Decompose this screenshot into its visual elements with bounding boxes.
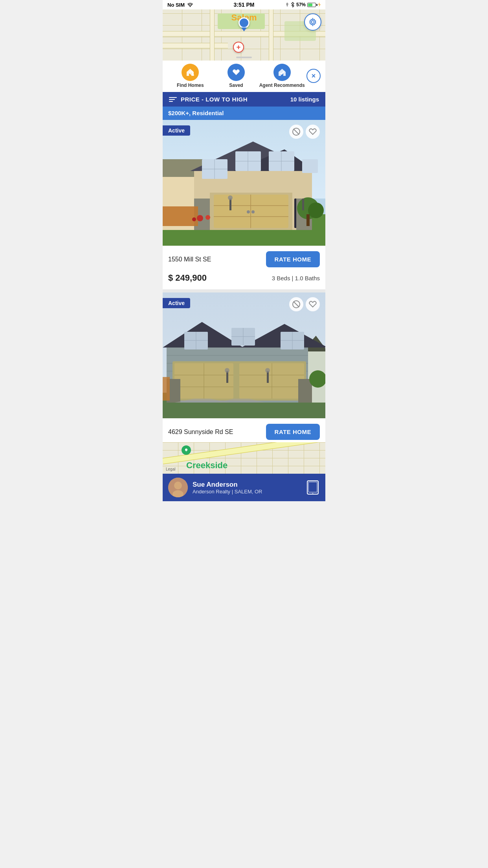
svg-point-35	[308, 202, 324, 218]
bluetooth-icon	[291, 2, 295, 7]
svg-point-18	[251, 210, 255, 213]
map-add-button[interactable]: +	[233, 42, 244, 53]
mini-map[interactable]: Legal Creekside	[163, 442, 325, 474]
location-pin-icon	[183, 447, 189, 453]
listing-2-address: 4629 Sunnyside Rd SE	[168, 428, 233, 436]
map-settings-button[interactable]	[304, 13, 321, 31]
nav-agent-recommends-label: Agent Recommends	[259, 83, 305, 88]
svg-rect-68	[298, 379, 312, 403]
nav-agent-recommends[interactable]: Agent Recommends	[259, 64, 305, 88]
no-sign-icon-2	[292, 300, 301, 309]
svg-point-94	[312, 493, 314, 494]
heart-icon-2	[309, 301, 317, 308]
agent-recommends-icon	[277, 67, 287, 77]
svg-rect-82	[163, 377, 170, 401]
listing-2-info: 4629 Sunnyside Rd SE RATE HOME	[163, 418, 325, 442]
time-label: 3:51 PM	[234, 2, 255, 8]
listing-2-hide-button[interactable]	[289, 297, 303, 311]
wifi-icon	[187, 2, 193, 7]
subtitle-bar: $200K+, Residential	[163, 107, 325, 120]
listing-2-save-button[interactable]	[306, 297, 320, 311]
nav-find-homes[interactable]: Find Homes	[167, 64, 213, 88]
tablet-icon	[307, 480, 319, 495]
listing-1-beds: 3 Beds | 1.0 Baths	[272, 275, 320, 281]
filter-icon	[169, 97, 177, 102]
listing-2-image[interactable]: Active	[163, 292, 325, 418]
svg-point-39	[192, 217, 196, 221]
nav-saved[interactable]: Saved	[213, 64, 259, 88]
svg-rect-78	[226, 371, 228, 383]
agent-name: Sue Anderson	[193, 481, 301, 489]
listing-1-price-row: $ 249,900 3 Beds | 1.0 Baths	[163, 270, 325, 289]
listing-2-status-badge: Active	[163, 298, 190, 308]
svg-point-38	[205, 215, 210, 220]
gear-icon	[308, 18, 317, 26]
close-button[interactable]: ×	[306, 69, 321, 83]
listing-1-address: 1550 Mill St SE	[168, 256, 211, 263]
mini-map-legal-label: Legal	[166, 467, 175, 471]
svg-rect-40	[229, 199, 231, 210]
svg-rect-80	[267, 371, 269, 383]
filter-bar[interactable]: PRICE - LOW TO HIGH 10 listings	[163, 92, 325, 107]
svg-line-44	[294, 129, 299, 134]
sort-label: PRICE - LOW TO HIGH	[181, 96, 248, 103]
listing-1-rate-home-button[interactable]: RATE HOME	[266, 251, 320, 267]
listing-card-1: Active 1550 Mill St SE RATE HOME $ 249,9…	[163, 120, 325, 289]
svg-point-90	[174, 482, 182, 489]
listing-1-status-badge: Active	[163, 125, 190, 136]
listing-divider	[163, 289, 325, 292]
svg-point-1	[312, 21, 314, 24]
nav-find-homes-label: Find Homes	[177, 83, 204, 88]
nav-bar: Find Homes Saved Agent Recommends ×	[163, 61, 325, 92]
house-2-illustration	[163, 292, 325, 418]
agent-avatar	[168, 478, 188, 497]
map-pin	[238, 17, 250, 31]
charging-icon	[317, 2, 321, 7]
find-homes-icon	[185, 67, 195, 77]
agent-company: Anderson Realty | SALEM, OR	[193, 489, 301, 495]
nav-saved-label: Saved	[229, 83, 243, 88]
listing-1-info: 1550 Mill St SE RATE HOME	[163, 246, 325, 270]
svg-point-37	[197, 215, 203, 221]
house-1-illustration	[163, 120, 325, 246]
agent-bar: Sue Anderson Anderson Realty | SALEM, OR	[163, 474, 325, 501]
svg-rect-42	[302, 199, 304, 210]
map-area[interactable]: Salem +	[163, 9, 325, 61]
agent-info: Sue Anderson Anderson Realty | SALEM, OR	[193, 481, 301, 495]
heart-icon-1	[309, 128, 317, 135]
listing-1-image[interactable]: Active	[163, 120, 325, 246]
svg-point-0	[190, 6, 191, 7]
svg-rect-33	[163, 206, 198, 226]
carrier-label: No SIM	[167, 2, 185, 8]
mini-map-pin	[182, 445, 191, 455]
map-drag-handle[interactable]	[236, 57, 252, 58]
listing-1-price: $ 249,900	[168, 273, 207, 283]
no-sign-icon-1	[292, 127, 301, 136]
svg-rect-24	[302, 159, 318, 173]
svg-rect-13	[214, 195, 288, 228]
location-icon	[285, 2, 289, 7]
listing-card-2: Active 4629 Sunnyside Rd SE RATE HOME	[163, 292, 325, 442]
battery-percent: 57%	[296, 2, 306, 7]
svg-line-87	[294, 302, 299, 307]
listing-1-hide-button[interactable]	[289, 125, 303, 139]
saved-icon	[231, 67, 241, 77]
agent-photo	[168, 478, 188, 497]
svg-point-81	[265, 368, 270, 373]
listings-count: 10 listings	[290, 96, 319, 103]
svg-rect-93	[308, 482, 317, 492]
battery-icon	[307, 3, 316, 7]
listing-2-rate-home-button[interactable]: RATE HOME	[266, 424, 320, 440]
subtitle-text: $200K+, Residential	[168, 110, 224, 116]
tablet-button[interactable]	[306, 480, 320, 495]
creekside-area-label: Creekside	[186, 460, 227, 471]
svg-point-17	[247, 210, 250, 213]
listing-1-save-button[interactable]	[306, 125, 320, 139]
status-bar: No SIM 3:51 PM 57%	[163, 0, 325, 9]
svg-point-79	[225, 368, 229, 373]
svg-rect-36	[306, 214, 310, 226]
svg-point-41	[228, 195, 233, 200]
